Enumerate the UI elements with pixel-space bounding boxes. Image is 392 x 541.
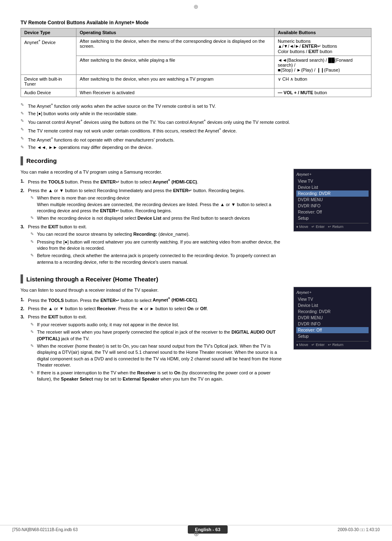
recording-content: You can make a recording of a TV program… xyxy=(21,169,371,268)
menu-item: DVDR INFO xyxy=(296,321,369,327)
col-header-buttons: Available Buttons xyxy=(274,28,371,37)
anynet-recording-menu: Anynet+ View TV Device List Recording: D… xyxy=(293,169,371,232)
menu-footer: ♦ Move ↵ Enter ↩ Return xyxy=(296,341,369,347)
menu-return: ↩ Return xyxy=(328,225,344,229)
step-number: 3. xyxy=(21,223,24,230)
footer-left: [750-NA]BN68-02111B-Eng.indb 63 xyxy=(12,527,78,532)
list-item: 3. Press the EXIT button to exit. You ca… xyxy=(21,223,287,265)
sub-note: Before recording, check whether the ante… xyxy=(28,253,287,265)
listening-steps: 1. Press the TOOLS button. Press the ENT… xyxy=(21,296,287,383)
recording-steps: 1. Press the TOOLS button. Press the ENT… xyxy=(21,178,287,265)
table-title: TV Remote Control Buttons Available in A… xyxy=(21,20,371,26)
listening-section-header: Listening through a Receiver (Home Theat… xyxy=(21,274,371,283)
anynet-mode-table: Device Type Operating Status Available B… xyxy=(21,28,371,97)
list-item: 2. Press the ▲ or ▼ button to select Rec… xyxy=(21,305,287,312)
list-item: 1. Press the TOOLS button. Press the ENT… xyxy=(21,296,287,304)
listening-menu-col: Anynet+ View TV Device List Recording: D… xyxy=(293,287,371,350)
menu-return: ↩ Return xyxy=(328,343,344,347)
operating-status-2: After switching to the device, while pla… xyxy=(76,56,274,75)
menu-move: ♦ Move xyxy=(296,225,308,229)
recording-menu-col: Anynet+ View TV Device List Recording: D… xyxy=(293,169,371,232)
menu-title: Anynet+ xyxy=(296,172,369,176)
list-item: 2. Press the ▲ or ▼ button to select Rec… xyxy=(21,187,287,222)
menu-item-selected: Recording: DVDR xyxy=(296,190,369,197)
note-item: The TV remote control may not work under… xyxy=(21,127,371,134)
menu-item: Device List xyxy=(296,184,369,190)
menu-move: ♦ Move xyxy=(296,343,308,347)
menu-title: Anynet+ xyxy=(296,290,369,295)
sub-note: If there is a power interruption to the … xyxy=(28,370,287,383)
available-buttons-3: ∨ CH ∧ button xyxy=(274,75,371,88)
list-item: 1. Press the TOOLS button. Press the ENT… xyxy=(21,178,287,185)
menu-item: Device List xyxy=(296,302,369,309)
sub-note: When there is more than one recording de… xyxy=(28,195,287,214)
listening-title: Listening through a Receiver (Home Theat… xyxy=(26,276,158,283)
col-header-device: Device Type xyxy=(21,28,76,37)
menu-enter: ↵ Enter xyxy=(311,225,325,229)
sub-note: When the recording device is not display… xyxy=(28,215,287,221)
device-tuner: Device with built-in Tuner xyxy=(21,75,76,88)
crosshair-bottom-icon: ⊕ xyxy=(194,530,199,538)
menu-item: Recording: DVDR xyxy=(296,309,369,315)
device-anynet: Anynet+ Device xyxy=(21,37,76,75)
step-number: 3. xyxy=(21,313,24,320)
table-row: Audio Device When Receiver is activated … xyxy=(21,88,371,97)
menu-item: DVDR MENU xyxy=(296,197,369,203)
sub-note: The receiver will work when you have pro… xyxy=(28,329,287,342)
note-item: You cannot control Anynet+ devices using… xyxy=(21,118,371,125)
menu-item: DVDR MENU xyxy=(296,315,369,321)
recording-intro: You can make a recording of a TV program… xyxy=(21,169,287,176)
col-header-status: Operating Status xyxy=(76,28,274,37)
menu-item: Setup xyxy=(296,215,369,221)
sub-note: Pressing the [●] button will record what… xyxy=(28,239,287,252)
sub-note: When the receiver (home theater) is set … xyxy=(28,343,287,369)
menu-enter: ↵ Enter xyxy=(311,343,325,347)
available-buttons-1: Numeric buttons ▲/▼/◄/►/ ENTER↵ buttons … xyxy=(274,37,371,56)
menu-item: Receiver: Off xyxy=(296,209,369,215)
available-buttons-2: ◄◄(Backward search) / ██(Forward search)… xyxy=(274,56,371,75)
step-number: 1. xyxy=(21,296,24,303)
menu-item: View TV xyxy=(296,296,369,302)
operating-status-4: When Receiver is activated xyxy=(76,88,274,97)
device-audio: Audio Device xyxy=(21,88,76,97)
menu-footer: ♦ Move ↵ Enter ↩ Return xyxy=(296,223,369,229)
listening-intro: You can listen to sound through a receiv… xyxy=(21,287,287,294)
section-bar-icon xyxy=(21,274,23,283)
listening-text-col: You can listen to sound through a receiv… xyxy=(21,287,287,385)
recording-text-col: You can make a recording of a TV program… xyxy=(21,169,287,268)
menu-item-selected: Receiver: Off xyxy=(296,327,369,333)
operating-status-3: After switching to the device, when you … xyxy=(76,75,274,88)
note-item: The Anynet+ function only works when the… xyxy=(21,102,371,109)
listening-content: You can listen to sound through a receiv… xyxy=(21,287,371,385)
note-item: The [●] button works only while in the r… xyxy=(21,111,371,117)
operating-status-1: After switching to the device, when the … xyxy=(76,37,274,56)
menu-item: DVDR INFO xyxy=(296,203,369,209)
step-number: 1. xyxy=(21,178,24,185)
list-item: 3. Press the EXIT button to exit. If you… xyxy=(21,313,287,382)
crosshair-top-icon: ⊕ xyxy=(194,3,198,10)
section-bar-icon xyxy=(21,156,23,165)
footer-right: 2009-03-30 □□ 1:43:10 xyxy=(338,527,380,532)
menu-item: View TV xyxy=(296,178,369,184)
available-buttons-4: — VOL + / MUTE button xyxy=(274,88,371,97)
table-notes: The Anynet+ function only works when the… xyxy=(21,102,371,151)
step-number: 2. xyxy=(21,187,24,194)
recording-section-header: Recording xyxy=(21,156,371,165)
anynet-listening-menu: Anynet+ View TV Device List Recording: D… xyxy=(293,287,371,350)
page: ⊕ TV Remote Control Buttons Available in… xyxy=(0,0,392,541)
sub-note: If your receiver supports audio only, it… xyxy=(28,322,287,328)
note-item: The Anynet+ functions do not operate wit… xyxy=(21,136,371,143)
step-number: 2. xyxy=(21,305,24,312)
table-row: Anynet+ Device After switching to the de… xyxy=(21,37,371,56)
note-item: The ◄◄, ►► operations may differ dependi… xyxy=(21,144,371,151)
recording-title: Recording xyxy=(26,157,57,164)
sub-note: You can record the source streams by sel… xyxy=(28,231,287,237)
menu-item: Setup xyxy=(296,333,369,339)
table-row: Device with built-in Tuner After switchi… xyxy=(21,75,371,88)
